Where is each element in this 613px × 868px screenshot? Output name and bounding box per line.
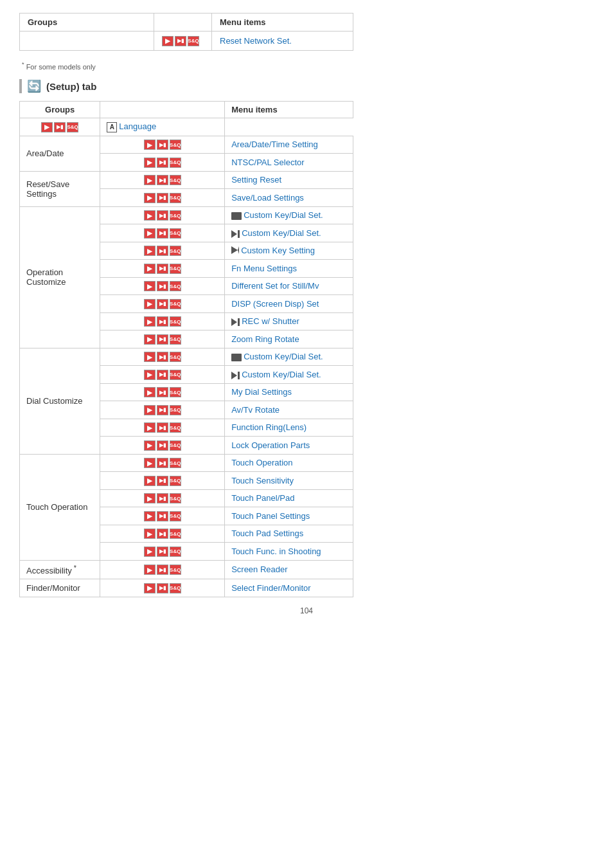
icons-cell: ▶ ▶▮ S&Q xyxy=(100,419,225,437)
s8q-icon-badge: S&Q xyxy=(170,476,181,486)
menu-cell: Setting Reset xyxy=(225,171,353,189)
icons-cell: ▶ ▶▮ S&Q xyxy=(100,437,225,455)
main-menu-header: Menu items xyxy=(225,102,353,118)
menu-cell: Touch Pad Settings xyxy=(225,525,353,543)
icons-cell: ▶ ▶▮ S&Q xyxy=(100,525,225,543)
menu-cell: Touch Operation xyxy=(225,454,353,472)
s8q-icon-badge: S&Q xyxy=(170,370,181,380)
menu-cell: NTSC/PAL Selector xyxy=(225,154,353,172)
menu-cell: ALanguage xyxy=(100,118,225,136)
menu-item-label: Custom Key/Dial Set. xyxy=(244,352,323,361)
menu-item-label: Touch Operation xyxy=(231,458,292,467)
icon-group: ▶ ▶▮ S&Q xyxy=(144,529,181,539)
camera-icon-badge: ▶ xyxy=(144,246,155,256)
camera-icon-badge: ▶ xyxy=(144,493,155,503)
icon-group: ▶ ▶▮ S&Q xyxy=(144,140,181,150)
video-icon-badge: ▶▮ xyxy=(157,583,168,593)
menu-cell: Av/Tv Rotate xyxy=(225,401,353,419)
menu-item-label: REC w/ Shutter xyxy=(242,316,299,326)
s8q-icon-badge: S&Q xyxy=(170,281,181,291)
video-icon-badge: ▶▮ xyxy=(157,511,168,521)
video-icon-badge: ▶▮ xyxy=(157,370,168,380)
icon-group: ▶ ▶▮ S&Q xyxy=(144,264,181,274)
table-row: Operation Customize ▶ ▶▮ S&Q Custom Key/… xyxy=(20,206,353,224)
camera-icon-badge: ▶ xyxy=(144,565,155,575)
group-cell: Touch Operation xyxy=(20,454,100,560)
icon-group: ▶ ▶▮ S&Q xyxy=(144,493,181,503)
camera-icon-badge: ▶ xyxy=(144,583,155,593)
menu-item-label: Av/Tv Rotate xyxy=(231,405,280,415)
video-icon: ▶▮ xyxy=(175,36,186,46)
menu-item-label: Custom Key/Dial Set. xyxy=(242,370,321,379)
video-icon-badge: ▶▮ xyxy=(157,140,168,150)
icon-group: ▶ ▶▮ S&Q xyxy=(144,476,181,486)
top-row-icons: ▶ ▶▮ S&Q xyxy=(154,32,212,51)
video-icon-badge: ▶▮ xyxy=(157,334,168,345)
video-menu-icon xyxy=(231,230,240,238)
icons-cell: ▶ ▶▮ S&Q xyxy=(100,366,225,384)
setup-icon: 🔄 xyxy=(27,79,41,93)
video-icon-badge: ▶▮ xyxy=(157,458,168,468)
icon-group: ▶ ▶▮ S&Q xyxy=(144,299,181,309)
menu-cell: Save/Load Settings xyxy=(225,189,353,207)
s8q-icon-badge: S&Q xyxy=(170,511,181,521)
icon-group: ▶ ▶▮ S&Q xyxy=(144,210,181,221)
menu-item-label: Touch Func. in Shooting xyxy=(231,547,321,556)
s8q-icon: S&Q xyxy=(188,36,199,46)
table-row: Finder/Monitor ▶ ▶▮ S&Q Select Finder/Mo… xyxy=(20,579,353,597)
section-heading: 🔄 (Setup) tab xyxy=(19,79,594,93)
s8q-icon-badge: S&Q xyxy=(170,228,181,239)
camera-icon-badge: ▶ xyxy=(144,228,155,239)
camera-icon-badge: ▶ xyxy=(144,370,155,380)
video-icon-badge: ▶▮ xyxy=(157,264,168,274)
menu-item-label: Touch Panel/Pad xyxy=(231,493,294,503)
camera-icon-badge: ▶ xyxy=(144,334,155,345)
menu-cell: Fn Menu Settings xyxy=(225,260,353,278)
icons-cell: ▶ ▶▮ S&Q xyxy=(20,118,100,136)
s8q-icon-badge: S&Q xyxy=(170,352,181,362)
s8q-icon-badge: S&Q xyxy=(170,140,181,150)
video-icon-badge: ▶▮ xyxy=(157,493,168,503)
menu-item-label: Touch Pad Settings xyxy=(231,529,303,538)
menu-cell: Lock Operation Parts xyxy=(225,437,353,455)
icons-cell: ▶ ▶▮ S&Q xyxy=(100,330,225,348)
video-icon-badge: ▶▮ xyxy=(157,175,168,185)
top-table: Groups Menu items ▶ ▶▮ S&Q Reset Network… xyxy=(19,13,353,51)
icons-cell: ▶ ▶▮ S&Q xyxy=(100,348,225,366)
camera-icon-badge: ▶ xyxy=(144,547,155,557)
icon-group: ▶ ▶▮ S&Q xyxy=(144,422,181,433)
icons-cell: ▶ ▶▮ S&Q xyxy=(100,472,225,490)
table-row: Dial Customize ▶ ▶▮ S&Q Custom Key/Dial … xyxy=(20,348,353,366)
camera-icon-badge: ▶ xyxy=(144,210,155,221)
icons-cell: ▶ ▶▮ S&Q xyxy=(100,295,225,313)
top-table-groups-header: Groups xyxy=(20,14,154,32)
group-cell: Finder/Monitor xyxy=(20,579,100,597)
s8q-icon-badge: S&Q xyxy=(170,193,181,203)
menu-cell: Screen Reader xyxy=(225,560,353,579)
s8q-icon-badge: S&Q xyxy=(170,440,181,451)
top-table-icons-header xyxy=(154,14,212,32)
table-row: Touch Operation ▶ ▶▮ S&Q Touch Operation xyxy=(20,454,353,472)
icon-group: ▶ ▶▮ S&Q xyxy=(144,193,181,203)
menu-item-label: Zoom Ring Rotate xyxy=(231,334,299,344)
s8q-icon-badge: S&Q xyxy=(170,547,181,557)
camera-icon-badge: ▶ xyxy=(144,158,155,168)
menu-item-label: Custom Key/Dial Set. xyxy=(244,210,323,220)
s8q-icon-badge: S&Q xyxy=(170,334,181,345)
icons-cell: ▶ ▶▮ S&Q xyxy=(100,489,225,507)
video-icon-badge: ▶▮ xyxy=(157,158,168,168)
s8q-icon-badge: S&Q xyxy=(170,158,181,168)
camera-icon-badge: ▶ xyxy=(144,511,155,521)
camera-icon-badge: ▶ xyxy=(144,458,155,468)
menu-cell: My Dial Settings xyxy=(225,383,353,401)
menu-item-label: NTSC/PAL Selector xyxy=(231,158,304,167)
camera-icon-badge: ▶ xyxy=(144,352,155,362)
video-icon-badge: ▶▮ xyxy=(157,529,168,539)
s8q-icon-badge: S&Q xyxy=(170,246,181,256)
icon-group: ▶ ▶▮ S&Q xyxy=(144,175,181,185)
icons-cell: ▶ ▶▮ S&Q xyxy=(100,171,225,189)
icons-cell: ▶ ▶▮ S&Q xyxy=(100,579,225,597)
menu-cell: Custom Key Setting xyxy=(225,242,353,260)
icon-group: ▶ ▶▮ S&Q xyxy=(144,405,181,415)
icons-cell: ▶ ▶▮ S&Q xyxy=(100,242,225,260)
